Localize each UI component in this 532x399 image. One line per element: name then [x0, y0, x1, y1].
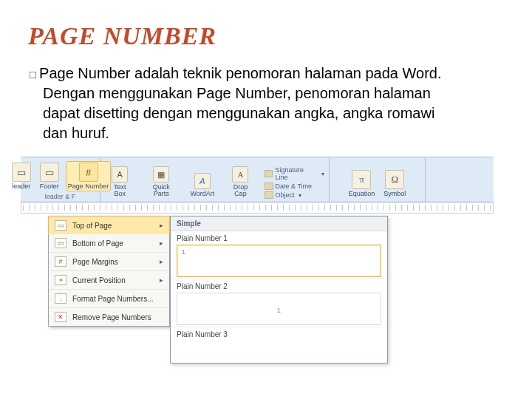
- bullet-icon: □: [30, 68, 36, 81]
- menu-top-of-page[interactable]: ▭ Top of Page▸: [48, 216, 170, 235]
- ruler: [21, 202, 494, 214]
- format-icon: ⋮: [55, 293, 66, 304]
- word-ribbon: ▭ leader ▭ Footer # Page Number leader &…: [21, 157, 494, 202]
- page-number-menu: ▭ Top of Page▸ ▭ Bottom of Page▸ # Page …: [48, 216, 170, 327]
- symbol-button[interactable]: Ω Symbol: [381, 168, 408, 199]
- top-of-page-gallery: Simple Plain Number 1 1 Plain Number 2 1…: [170, 216, 388, 364]
- footer-button[interactable]: ▭ Footer: [38, 161, 61, 191]
- equation-button[interactable]: π Equation: [347, 168, 378, 199]
- plain-number-1[interactable]: Plain Number 1 1: [171, 231, 387, 279]
- slide-title: PAGE NUMBER: [28, 22, 504, 50]
- menu-format-page-numbers[interactable]: ⋮ Format Page Numbers...: [49, 290, 169, 308]
- menu-current-position[interactable]: ⌖ Current Position▸: [49, 271, 169, 290]
- object-button[interactable]: Object▾: [265, 191, 324, 199]
- menu-remove-page-numbers[interactable]: ✕ Remove Page Numbers: [49, 308, 169, 326]
- page-bottom-icon: ▭: [55, 238, 66, 248]
- date-time-button[interactable]: Date & Time: [265, 183, 324, 190]
- current-position-icon: ⌖: [55, 275, 66, 285]
- text-box-button[interactable]: A Text Box: [105, 165, 134, 199]
- menu-bottom-of-page[interactable]: ▭ Bottom of Page▸: [49, 234, 169, 253]
- page-margins-icon: #: [55, 256, 66, 267]
- wordart-button[interactable]: A WordArt: [188, 171, 216, 199]
- gallery-group-simple: Simple: [171, 216, 387, 231]
- signature-line-button[interactable]: Signature Line▾: [265, 166, 324, 181]
- plain-number-2[interactable]: Plain Number 2 1: [171, 279, 387, 327]
- page-top-icon: ▭: [55, 220, 66, 231]
- drop-cap-button[interactable]: A Drop Cap: [224, 165, 256, 199]
- menu-page-margins[interactable]: # Page Margins▸: [49, 253, 169, 271]
- header-footer-group-label: leader & F: [25, 193, 95, 200]
- quick-parts-button[interactable]: ▦ Quick Parts: [142, 165, 180, 199]
- body-text: Page Number adalah teknik penomoran hala…: [39, 65, 441, 141]
- text-small-buttons: Signature Line▾ Date & Time Object▾: [265, 166, 324, 199]
- slide-body: □Page Number adalah teknik penomoran hal…: [28, 64, 442, 143]
- remove-icon: ✕: [55, 312, 66, 322]
- plain-number-3[interactable]: Plain Number 3: [171, 327, 387, 342]
- header-button[interactable]: ▭ leader: [10, 161, 33, 191]
